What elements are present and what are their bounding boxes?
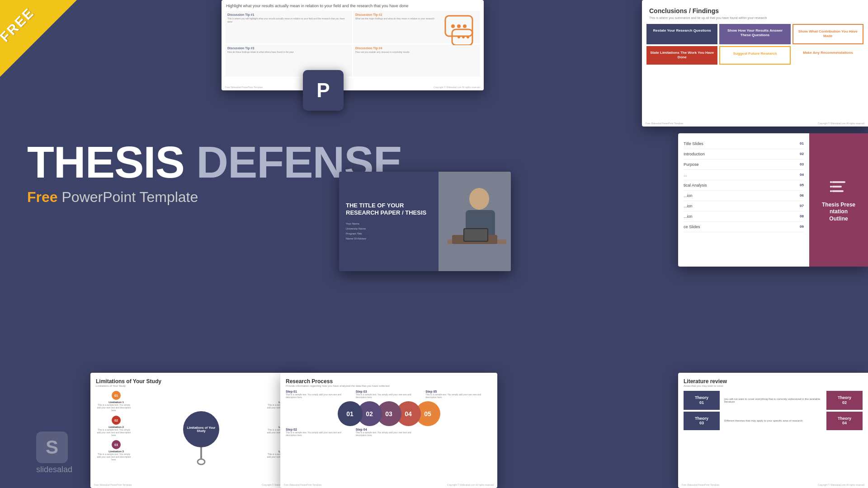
svg-rect-20 [464,229,487,241]
outline-row-6: ...ion 06 [684,191,804,201]
conclusions-footer: Free Slidesalad PowerPoint Template Copy… [646,122,864,125]
research-details: Your Name University Name Program Title … [346,221,432,241]
svg-point-5 [458,36,460,38]
limitations-subtitle: Limitations of Your Study [96,385,307,387]
conclusions-title: Conclusions / Findings [642,0,868,16]
research-footer: Free Slidesalad PowerPoint Template Copy… [284,483,494,486]
free-banner: FREE [0,0,77,77]
theory-01: Theory01 [684,391,720,410]
lim-item-3: 03 Limitation 3 This is a sample text. Y… [96,440,137,461]
step-col-4: Step 04 This is a sample text. You simpl… [356,428,422,436]
outline-row-8: ...ion 08 [684,211,804,222]
slide-discussion: Highlight what your results actually mea… [222,0,484,90]
svg-point-15 [469,188,489,210]
literature-footer: Free Slidesalad PowerPoint Template Copy… [682,483,864,486]
outline-row-4: ... 04 [684,170,804,180]
svg-rect-8 [832,181,845,183]
slide-main-photo [439,172,511,271]
step-col-1: Step 01 This is a sample text. You simpl… [286,390,352,399]
step-col-5: Step 05 This is a sample text. You simpl… [425,390,492,399]
photo-placeholder [439,172,511,271]
svg-point-6 [462,36,465,38]
outline-icon [830,178,848,197]
slidesalad-icon: S [36,432,68,463]
tip-4: Discussion Tip #4 How can you explain an… [353,44,480,77]
research-process-sub: Provide information regarding how you ha… [286,385,492,387]
conc-cell-6: Make Any Recommendations [793,46,863,65]
svg-rect-10 [832,190,844,192]
limitations-diagram: Limitations of Your Study 01 Limitation … [96,391,307,468]
svg-point-11 [830,181,832,183]
slide-main-left: THE TITLE OF YOUR RESEARCH PAPER / THESI… [339,172,439,271]
conc-cell-2: Show How Your Results Answer These Quest… [719,24,790,44]
literature-grid: Theory01 you will not want to cover ever… [684,391,863,430]
slide-literature: Literature review Areas that you may wis… [678,373,868,488]
research-process-title: Research Process [286,378,492,385]
tip-3-text: How do these findings relate to what oth… [227,51,350,54]
tip-1: Discussion Tip #1 This is where you will… [225,11,352,43]
subtitle-rest: PowerPoint Template [61,189,198,205]
outline-row-5: tical Analysis 05 [684,180,804,191]
outline-list: Title Slides 01 Introduction 02 Purpose … [678,133,809,267]
outline-row-2: Introduction 02 [684,149,804,160]
svg-point-3 [463,24,467,28]
limitations-footer: Free Slidesalad PowerPoint Template Copy… [94,483,308,486]
outline-row-9: ce Slides 09 [684,222,804,232]
svg-point-13 [830,190,832,192]
slide-research: Research Process Provide information reg… [280,373,497,488]
svg-point-1 [451,24,455,28]
conc-cell-5: Suggest Future Research [719,46,790,65]
tip-1-text: This is where you will highlight what yo… [227,17,350,23]
research-title: THE TITLE OF YOUR RESEARCH PAPER / THESI… [346,202,432,217]
outline-right-title: Thesis PresentationOutline [822,202,855,223]
svg-rect-9 [832,186,842,188]
step-col-2: Step 02 This is a sample text. You simpl… [286,428,352,436]
outline-right-panel: Thesis PresentationOutline [809,133,868,267]
free-word: Free [27,189,58,205]
lim-center-circle: Limitations of Your Study [183,411,219,447]
lim-item-2: 02 Limitation 2 This is a sample text. Y… [96,416,137,436]
svg-point-7 [467,36,469,38]
ppt-icon: P [303,70,344,111]
research-circles: 01 02 03 04 05 [286,401,492,426]
slidesalad-name: slidesalad [36,465,72,474]
discussion-footer: Free Slidesalad PowerPoint Template Copy… [225,86,480,89]
tip-1-title: Discussion Tip #1 [227,13,350,16]
lim-item-1: 01 Limitation 1 This is a sample text. Y… [96,391,137,412]
conc-cell-4: State Limitations The Work You Have Done [646,46,717,65]
circle-01: 01 [338,401,363,426]
outline-row-1: Title Slides 01 [684,139,804,149]
chat-icon [443,14,479,47]
theory-04: Theory04 [826,412,863,431]
conclusions-subtitle: This is where you summarize and tie up a… [642,16,868,24]
svg-point-22 [198,459,205,465]
tip-3-title: Discussion Tip #3 [227,47,350,50]
svg-point-12 [830,186,832,188]
slidesalad-logo: S slidesalad [36,432,72,474]
slide-limitations: Limitations of Your Study Limitations of… [90,373,312,488]
theory-01-desc: you will not want to cover everything th… [722,391,825,410]
conc-cell-1: Restate Your Research Questions [646,24,717,44]
research-steps-bottom: Step 02 This is a sample text. You simpl… [286,428,492,436]
conclusions-grid: Restate Your Research Questions Show How… [642,24,868,65]
outline-row-7: ...ion 07 [684,201,804,211]
slide-main-title: THE TITLE OF YOUR RESEARCH PAPER / THESI… [339,172,511,271]
theory-03: Theory03 [684,412,720,431]
ppt-icon-area: P [303,70,344,111]
theory-02: Theory02 [826,391,863,410]
svg-point-2 [457,24,461,28]
limitations-title: Limitations of Your Study [96,378,307,385]
conc-cell-3: Show What Contribution You Have Made [793,24,863,44]
discussion-header: Highlight what your results actually mea… [222,0,484,10]
literature-title: Literature review [684,378,863,385]
tip-4-text: How can you explain any unusual or surpr… [355,51,478,54]
literature-subtitle: Areas that you may wish to cover [684,385,863,387]
theory-03-desc: Different theories that may apply to you… [722,412,825,431]
outline-row-3: Purpose 03 [684,160,804,170]
slide-outline: Title Slides 01 Introduction 02 Purpose … [678,133,868,267]
research-steps-top: Step 01 This is a sample text. You simpl… [286,390,492,399]
slide-conclusions: Conclusions / Findings This is where you… [642,0,868,127]
step-col-3: Step 03 This is a sample text. You simpl… [356,390,422,399]
